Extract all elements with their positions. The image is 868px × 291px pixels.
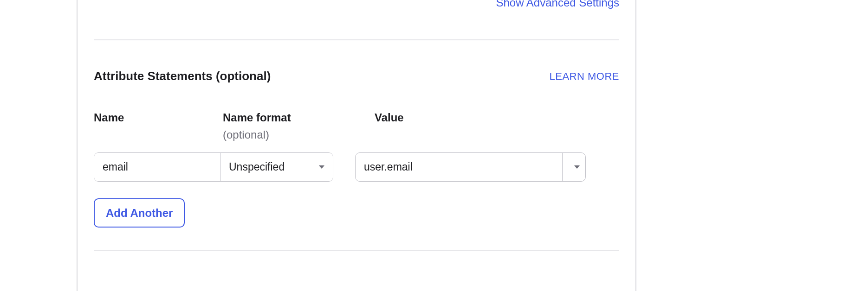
- show-advanced-settings-link[interactable]: Show Advanced Settings: [496, 0, 619, 9]
- chevron-down-icon: [319, 165, 324, 169]
- attribute-row: Unspecified user.email: [94, 152, 619, 182]
- attribute-name-input[interactable]: [94, 153, 220, 181]
- chevron-down-icon: [574, 165, 580, 169]
- learn-more-link[interactable]: LEARN MORE: [550, 70, 619, 82]
- column-format-header: Name format (optional): [223, 110, 353, 141]
- attribute-statements-title: Attribute Statements (optional): [94, 69, 271, 83]
- attribute-statements-header: Attribute Statements (optional) LEARN MO…: [94, 69, 619, 83]
- section-divider-bottom: [94, 250, 619, 251]
- add-another-button[interactable]: Add Another: [94, 198, 185, 228]
- name-format-group: Unspecified: [94, 152, 333, 182]
- attribute-format-selected-value: Unspecified: [229, 161, 285, 173]
- attribute-value-select[interactable]: user.email: [355, 152, 586, 182]
- attribute-columns-header: Name Name format (optional) Value: [94, 110, 619, 141]
- column-format-sublabel: (optional): [223, 128, 353, 141]
- settings-panel: Show Advanced Settings Attribute Stateme…: [77, 0, 636, 291]
- column-value-label: Value: [375, 110, 404, 125]
- column-name-header: Name: [94, 110, 223, 141]
- column-value-header: Value: [375, 110, 404, 141]
- attribute-format-select[interactable]: Unspecified: [220, 153, 333, 181]
- section-divider-top: [94, 39, 619, 40]
- column-format-label: Name format: [223, 110, 353, 125]
- column-name-label: Name: [94, 110, 223, 125]
- attribute-value-dropdown-toggle[interactable]: [562, 153, 585, 181]
- attribute-value-selected: user.email: [356, 153, 562, 181]
- advanced-settings-row: Show Advanced Settings: [94, 0, 619, 9]
